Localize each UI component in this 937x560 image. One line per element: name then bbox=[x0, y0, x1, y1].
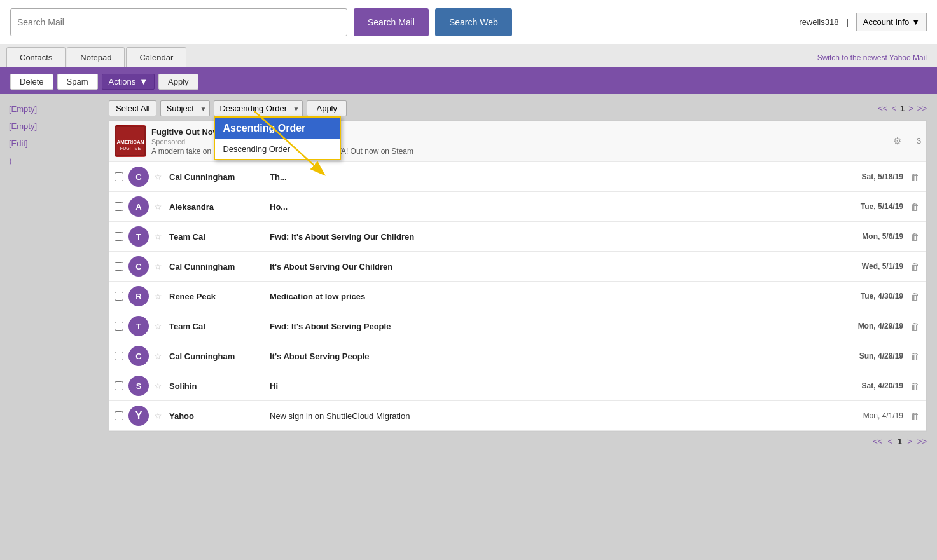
star-icon-5[interactable]: ☆ bbox=[154, 291, 164, 301]
sidebar-item-empty-2[interactable]: [Empty] bbox=[0, 118, 99, 135]
subject-select-wrapper: Subject bbox=[160, 100, 210, 116]
email-checkbox-7[interactable] bbox=[115, 352, 123, 360]
page-first[interactable]: << bbox=[878, 104, 887, 113]
username: rewells318 bbox=[799, 17, 838, 27]
star-icon-2[interactable]: ☆ bbox=[154, 201, 164, 212]
search-mail-button[interactable]: Search Mail bbox=[354, 8, 429, 36]
tab-contacts[interactable]: Contacts bbox=[6, 47, 66, 67]
email-checkbox-5[interactable] bbox=[115, 292, 123, 301]
trash-icon-8[interactable]: 🗑 bbox=[908, 381, 921, 392]
table-row[interactable]: T ☆ Team Cal Fwd: It's About Serving Our… bbox=[109, 222, 926, 252]
sidebar-item-empty-1[interactable]: [Empty] bbox=[0, 100, 99, 118]
email-checkbox-9[interactable] bbox=[115, 411, 123, 420]
trash-icon-1[interactable]: 🗑 bbox=[908, 172, 921, 182]
email-subject-5[interactable]: Medication at low prices bbox=[270, 292, 835, 301]
nav-tabs: Contacts Notepad Calendar Switch to the … bbox=[0, 44, 937, 69]
email-subject-7[interactable]: It's About Serving People bbox=[270, 352, 835, 361]
email-subject-2[interactable]: Ho... bbox=[270, 202, 835, 212]
table-row[interactable]: C ☆ Cal Cunningham It's About Serving Ou… bbox=[109, 252, 926, 282]
bottom-page-first[interactable]: << bbox=[873, 437, 882, 446]
page-last[interactable]: >> bbox=[917, 104, 927, 113]
email-subject-8[interactable]: Hi bbox=[270, 381, 835, 391]
bottom-page-number: 1 bbox=[898, 437, 902, 446]
bottom-page-last[interactable]: >> bbox=[917, 437, 927, 446]
ascending-order-option[interactable]: Ascending Order bbox=[215, 118, 340, 139]
email-subject-3[interactable]: Fwd: It's About Serving Our Children bbox=[270, 232, 835, 242]
star-icon-7[interactable]: ☆ bbox=[154, 351, 164, 361]
star-icon-8[interactable]: ☆ bbox=[154, 381, 164, 391]
apply-sort-button[interactable]: Apply bbox=[307, 100, 347, 116]
email-sender-1: Cal Cunningham bbox=[169, 172, 265, 182]
email-checkbox-8[interactable] bbox=[115, 381, 123, 390]
star-icon-3[interactable]: ☆ bbox=[154, 231, 164, 242]
email-checkbox-2[interactable] bbox=[115, 202, 123, 211]
spam-button[interactable]: Spam bbox=[57, 74, 98, 90]
ad-image: AMERICAN FUGITIVE bbox=[115, 125, 146, 157]
switch-to-newest-link[interactable]: Switch to the newest Yahoo Mail bbox=[817, 53, 927, 67]
sidebar: [Empty] [Empty] [Edit] ) bbox=[0, 94, 99, 560]
apply-button-toolbar[interactable]: Apply bbox=[158, 74, 198, 90]
search-web-button[interactable]: Search Web bbox=[435, 8, 512, 36]
email-subject-9[interactable]: New sign in on ShuttleCloud Migration bbox=[270, 411, 835, 421]
sidebar-item-edit[interactable]: [Edit] bbox=[0, 135, 99, 152]
sort-order-select[interactable]: Descending Order bbox=[214, 100, 303, 116]
main-layout: [Empty] [Empty] [Edit] ) Select All Subj… bbox=[0, 94, 937, 560]
table-row[interactable]: Y ☆ Yahoo New sign in on ShuttleCloud Mi… bbox=[109, 401, 926, 431]
account-info-label: Account Info bbox=[863, 17, 909, 27]
account-info-button[interactable]: Account Info ▼ bbox=[856, 13, 927, 31]
email-sender-3: Team Cal bbox=[169, 232, 265, 242]
trash-icon-5[interactable]: 🗑 bbox=[908, 291, 921, 302]
trash-icon-4[interactable]: 🗑 bbox=[908, 261, 921, 272]
avatar-cal2: C bbox=[128, 256, 149, 277]
tab-calendar[interactable]: Calendar bbox=[126, 47, 186, 67]
descending-order-option[interactable]: Descending Order bbox=[215, 139, 340, 159]
bottom-page-next[interactable]: > bbox=[907, 437, 912, 446]
email-checkbox-6[interactable] bbox=[115, 322, 123, 331]
email-subject-4[interactable]: It's About Serving Our Children bbox=[270, 262, 835, 271]
select-all-button[interactable]: Select All bbox=[109, 100, 156, 116]
trash-icon-7[interactable]: 🗑 bbox=[908, 351, 921, 362]
star-icon-9[interactable]: ☆ bbox=[154, 411, 164, 421]
email-subject-6[interactable]: Fwd: It's About Serving People bbox=[270, 322, 835, 331]
trash-icon-2[interactable]: 🗑 bbox=[908, 201, 921, 212]
email-sender-5: Renee Peck bbox=[169, 292, 265, 301]
trash-icon-3[interactable]: 🗑 bbox=[908, 231, 921, 242]
content-area: Select All Subject Descending Order Asce… bbox=[99, 94, 937, 560]
tab-notepad[interactable]: Notepad bbox=[67, 47, 125, 67]
bottom-pagination: << < 1 > >> bbox=[109, 432, 927, 451]
table-row[interactable]: S ☆ Solihin Hi Sat, 4/20/19 🗑 bbox=[109, 371, 926, 401]
email-sender-2: Aleksandra bbox=[169, 202, 265, 212]
actions-dropdown-icon: ▼ bbox=[139, 77, 148, 86]
email-date-6: Mon, 4/29/19 bbox=[840, 322, 903, 331]
search-input[interactable] bbox=[10, 8, 347, 36]
email-date-1: Sat, 5/18/19 bbox=[840, 172, 903, 181]
trash-icon-9[interactable]: 🗑 bbox=[908, 411, 921, 421]
subject-select[interactable]: Subject bbox=[160, 100, 210, 116]
sort-dropdown-menu: Ascending Order Descending Order bbox=[214, 116, 341, 160]
email-subject-1[interactable]: Th... bbox=[270, 172, 835, 182]
star-icon-6[interactable]: ☆ bbox=[154, 321, 164, 331]
avatar-solihin: S bbox=[128, 376, 149, 396]
email-checkbox-1[interactable] bbox=[115, 172, 123, 181]
sort-bar: Select All Subject Descending Order Asce… bbox=[109, 100, 927, 116]
delete-button[interactable]: Delete bbox=[10, 74, 53, 90]
bottom-page-prev[interactable]: < bbox=[887, 437, 892, 446]
avatar-yahoo: Y bbox=[128, 406, 149, 426]
email-checkbox-3[interactable] bbox=[115, 232, 123, 241]
email-sender-6: Team Cal bbox=[169, 322, 265, 331]
page-next[interactable]: > bbox=[908, 104, 913, 113]
page-prev[interactable]: < bbox=[891, 104, 896, 113]
email-checkbox-4[interactable] bbox=[115, 262, 123, 271]
table-row[interactable]: C ☆ Cal Cunningham Th... Sat, 5/18/19 🗑 bbox=[109, 162, 926, 192]
top-pagination: << < 1 > >> bbox=[878, 104, 927, 113]
settings-icon[interactable]: ⚙ bbox=[891, 135, 903, 147]
star-icon-1[interactable]: ☆ bbox=[154, 172, 164, 182]
table-row[interactable]: R ☆ Renee Peck Medication at low prices … bbox=[109, 282, 926, 311]
table-row[interactable]: C ☆ Cal Cunningham It's About Serving Pe… bbox=[109, 341, 926, 371]
star-icon-4[interactable]: ☆ bbox=[154, 261, 164, 271]
table-row[interactable]: A ☆ Aleksandra Ho... Tue, 5/14/19 🗑 bbox=[109, 192, 926, 222]
actions-button[interactable]: Actions ▼ bbox=[102, 74, 155, 90]
table-row[interactable]: T ☆ Team Cal Fwd: It's About Serving Peo… bbox=[109, 311, 926, 341]
trash-icon-6[interactable]: 🗑 bbox=[908, 321, 921, 332]
email-date-2: Tue, 5/14/19 bbox=[840, 202, 903, 211]
